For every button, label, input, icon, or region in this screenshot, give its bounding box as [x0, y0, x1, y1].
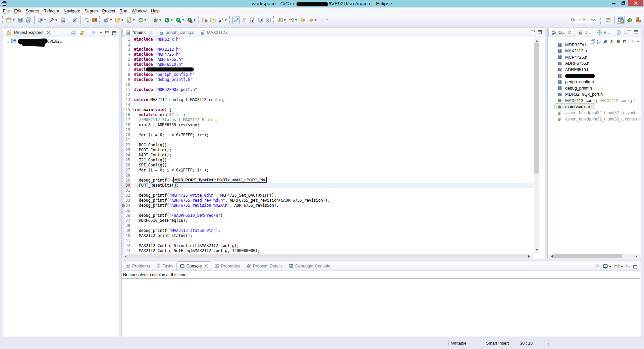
editor-hscroll-thumb[interactable]	[127, 254, 528, 258]
view-tab-problem-details[interactable]: Problem Details	[243, 261, 285, 270]
open-console-button[interactable]	[614, 264, 623, 269]
code-line-12[interactable]: 12	[122, 92, 533, 97]
view-tab-tasks[interactable]: Tasks	[153, 261, 176, 270]
editor-horizontal-scrollbar[interactable]	[122, 254, 533, 259]
dropdown-arrow-icon[interactable]	[144, 19, 146, 22]
coverage-button[interactable]	[186, 16, 197, 24]
dropdown-arrow-icon[interactable]	[55, 19, 57, 22]
forward-button[interactable]	[319, 16, 329, 24]
dropdown-arrow-icon[interactable]	[182, 19, 184, 22]
last-edit-down-button[interactable]	[276, 16, 287, 24]
code-line-11[interactable]: 11#include "MDR32F9Qx_port.h"	[122, 87, 533, 92]
debug-button[interactable]	[152, 16, 163, 24]
editor-vscroll-thumb[interactable]	[534, 43, 539, 173]
collapse-all-button[interactable]	[590, 39, 595, 44]
code-text[interactable]: volatile uint32_t i;	[134, 112, 533, 117]
code-line-3[interactable]: 3#include "MAX2112.h"	[122, 47, 533, 52]
code-line-16[interactable]: 16 volatile uint32_t i;	[122, 112, 533, 117]
spray-button[interactable]	[240, 16, 248, 24]
code-line-42[interactable]: 42 MAX2112_Config_StructInit(&MAX2112_co…	[122, 243, 533, 248]
code-line-26[interactable]: 26 SPI_Config();	[122, 163, 533, 168]
search-button[interactable]	[217, 16, 228, 24]
dropdown-arrow-icon[interactable]	[13, 19, 15, 22]
minimize-button[interactable]	[609, 0, 619, 6]
dropdown-arrow-icon[interactable]	[295, 19, 297, 22]
maximize-button[interactable]	[633, 265, 637, 268]
code-text[interactable]: for (i = 0; i < 0x7FFFF; i++);	[134, 133, 533, 138]
code-line-10[interactable]: 10	[122, 82, 533, 87]
outline-item-MAX2112.h[interactable]: MAX2112.h	[548, 48, 587, 54]
view-tab-console[interactable]: Console⤫	[176, 261, 211, 270]
code-line-39[interactable]: 39 debug_printf("MAX2112 status 0\n");	[122, 228, 533, 233]
code-text[interactable]: #include "ADRF6755.h"	[134, 57, 533, 62]
code-text[interactable]	[134, 188, 533, 193]
editor-vertical-scrollbar[interactable]	[534, 37, 539, 254]
code-text[interactable]: SPI_Config();	[134, 163, 533, 168]
debug-perspective-button[interactable]	[626, 16, 634, 24]
code-line-23[interactable]: 23 PORT_Config();	[122, 148, 533, 153]
dropdown-arrow-icon[interactable]	[284, 19, 286, 22]
save-button[interactable]	[17, 16, 24, 24]
code-line-14[interactable]: 14	[122, 102, 533, 107]
restart-button[interactable]	[83, 16, 90, 24]
code-line-18[interactable]: 18 uint8_t ADRF6755_revision;	[122, 122, 533, 128]
scroll-left-icon[interactable]	[550, 255, 553, 258]
outline-item-assert_failed[interactable]: assert_failed(uint32_t, uint32_t, const …	[548, 116, 641, 122]
menu-source[interactable]: Source	[24, 8, 41, 14]
code-line-6[interactable]: 6#include "ADRF6510.h"	[122, 62, 533, 67]
editor-tab--main-c[interactable]: c*main.c⤫	[122, 28, 156, 37]
dropdown-arrow-icon[interactable]	[225, 19, 227, 22]
menu-project[interactable]: Project	[100, 8, 117, 14]
code-line-35[interactable]: 35	[122, 208, 533, 213]
code-line-17[interactable]: 17 //MAX2112_Status_t MAX2112_Status;	[122, 117, 533, 122]
expand-arrow-icon[interactable]	[7, 40, 10, 43]
packs-perspective-button[interactable]	[634, 16, 642, 24]
show-source-button[interactable]	[257, 16, 264, 24]
code-text[interactable]: PORT_Config();	[134, 148, 533, 153]
code-text[interactable]	[134, 128, 533, 133]
outline-hscroll-thumb[interactable]	[553, 254, 622, 258]
code-text[interactable]: debug_printf("ADRF6755 read rev %d\n", A…	[134, 198, 533, 203]
code-line-1[interactable]: 1#include "MDR32Fx.h"	[122, 37, 533, 42]
dropdown-arrow-icon[interactable]	[194, 19, 196, 22]
view-menu-button[interactable]	[100, 31, 102, 35]
dropdown-arrow-icon[interactable]	[44, 19, 46, 22]
run-button[interactable]	[163, 16, 174, 24]
outline-item-ADRF6755.h[interactable]: ADRF6755.h	[548, 60, 589, 66]
new-folder-button[interactable]	[114, 16, 125, 24]
code-text[interactable]: for (i = 0; i < 0x1FFFF; i++);	[134, 168, 533, 173]
view-tab-properties[interactable]: Properties	[211, 261, 243, 270]
close-view-icon[interactable]: ⤫	[47, 31, 50, 34]
menu-edit[interactable]: Edit	[12, 8, 23, 14]
close-button[interactable]	[628, 0, 643, 6]
close-tab-icon[interactable]: ⤫	[149, 31, 153, 34]
skip-breakpoints-button[interactable]	[71, 16, 78, 24]
goto-up-button[interactable]	[288, 16, 299, 24]
binary-file-button[interactable]: 010	[59, 16, 67, 24]
code-text[interactable]: #include "MDR32F9Qx_port.h"	[134, 87, 533, 92]
dropdown-arrow-icon[interactable]	[133, 19, 135, 22]
code-text[interactable]	[134, 82, 533, 87]
open-perspective-button[interactable]	[604, 16, 612, 24]
outline-item-MDR32Fx.h[interactable]: MDR32Fx.h	[548, 42, 588, 48]
code-line-13[interactable]: 13extern MAX2112_config_t MAX2112_config…	[122, 97, 533, 102]
view-tab-o-[interactable]: O...⤫	[548, 28, 575, 37]
toolbar-drag-handle[interactable]	[2, 16, 4, 24]
scroll-down-icon[interactable]	[535, 249, 538, 252]
code-text[interactable]	[134, 238, 533, 243]
pin-console-button[interactable]	[594, 264, 600, 269]
build-button[interactable]	[48, 16, 59, 24]
code-text[interactable]: #include "MDR32Fx.h"	[134, 37, 533, 42]
hide-static-button[interactable]: S	[609, 39, 614, 44]
quick-access-button[interactable]: Quick Access	[570, 17, 597, 23]
code-line-5[interactable]: 5#include "ADRF6755.h"	[122, 57, 533, 62]
dropdown-arrow-icon[interactable]	[171, 19, 173, 22]
close-tab-icon[interactable]: ⤫	[205, 264, 208, 268]
code-line-22[interactable]: 22 RCC_Config();	[122, 143, 533, 148]
code-line-30[interactable]: 30 PORT_ResetBits();	[122, 183, 533, 188]
code-text[interactable]: #include "ADRF6510.h"	[134, 62, 533, 67]
code-text[interactable]	[134, 208, 533, 213]
dropdown-arrow-icon[interactable]	[326, 19, 328, 22]
outline-item-periph_config.h[interactable]: periph_config.h	[548, 79, 594, 85]
connect-button[interactable]	[91, 16, 98, 24]
